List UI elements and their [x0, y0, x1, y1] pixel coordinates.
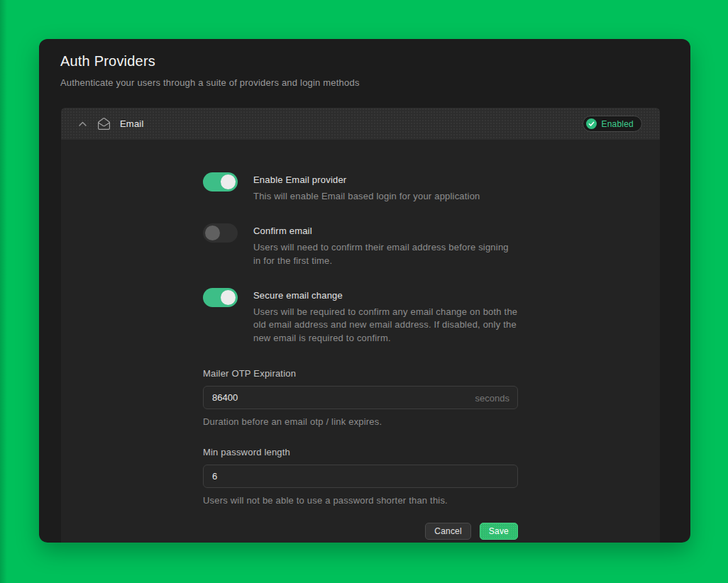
form-actions: Cancel Save	[203, 523, 518, 543]
email-provider-body: Enable Email provider This will enable E…	[61, 140, 660, 543]
toggle-enable-email-provider[interactable]	[203, 172, 238, 191]
toggle-knob	[205, 226, 220, 240]
field-min-password-length: Min password length Users will not be ab…	[203, 447, 518, 506]
toggle-text: Secure email change Users will be requir…	[253, 288, 518, 346]
mail-open-icon	[97, 117, 111, 131]
mailer-otp-expiration-input[interactable]	[203, 386, 518, 409]
toggle-label: Secure email change	[253, 290, 518, 301]
email-provider-panel: Email Enabled Ena	[61, 108, 660, 543]
status-badge-label: Enabled	[602, 119, 634, 129]
mailer-otp-expiration-label: Mailer OTP Expiration	[203, 368, 518, 379]
save-button[interactable]: Save	[480, 523, 518, 540]
toggle-row-confirm-email: Confirm email Users will need to confirm…	[203, 223, 518, 268]
toggle-description: Users will need to confirm their email a…	[253, 241, 518, 268]
page-background: Auth Providers Authenticate your users t…	[0, 0, 728, 583]
page-subtitle: Authenticate your users through a suite …	[60, 77, 669, 88]
auth-providers-card: Auth Providers Authenticate your users t…	[39, 39, 690, 543]
toggle-label: Confirm email	[253, 226, 518, 236]
min-password-length-help: Users will not be able to use a password…	[203, 495, 518, 506]
input-wrap	[203, 465, 518, 488]
min-password-length-input[interactable]	[203, 465, 518, 488]
chevron-up-icon	[78, 121, 87, 128]
toggle-label: Enable Email provider	[253, 174, 518, 185]
toggle-knob	[221, 290, 236, 305]
check-circle-icon	[586, 118, 597, 129]
settings-form: Enable Email provider This will enable E…	[203, 172, 518, 543]
status-badge: Enabled	[583, 116, 642, 132]
field-mailer-otp-expiration: Mailer OTP Expiration seconds Duration b…	[203, 368, 518, 427]
toggle-row-secure-email-change: Secure email change Users will be requir…	[203, 288, 518, 346]
toggle-description: Users will be required to confirm any em…	[253, 306, 518, 346]
card-header: Auth Providers Authenticate your users t…	[39, 39, 690, 88]
toggle-text: Confirm email Users will need to confirm…	[253, 223, 518, 268]
toggle-row-enable-email: Enable Email provider This will enable E…	[203, 172, 518, 204]
min-password-length-label: Min password length	[203, 447, 518, 457]
toggle-confirm-email[interactable]	[203, 223, 238, 243]
toggle-knob	[221, 174, 236, 189]
provider-name: Email	[120, 118, 144, 129]
mailer-otp-expiration-help: Duration before an email otp / link expi…	[203, 416, 518, 427]
input-wrap: seconds	[203, 386, 518, 409]
toggle-description: This will enable Email based login for y…	[253, 190, 518, 204]
cancel-button[interactable]: Cancel	[425, 523, 471, 540]
toggle-text: Enable Email provider This will enable E…	[253, 172, 518, 204]
page-title: Auth Providers	[60, 53, 669, 70]
email-provider-header[interactable]: Email Enabled	[61, 108, 660, 140]
toggle-secure-email-change[interactable]	[203, 288, 238, 307]
